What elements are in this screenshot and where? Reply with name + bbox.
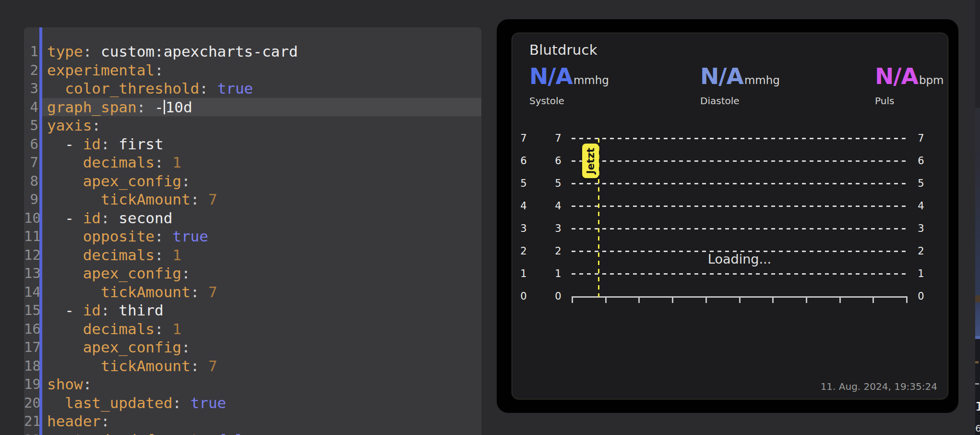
state-block: N/AmmhgDiastole: [700, 65, 780, 107]
state-unit: bpm: [919, 74, 944, 86]
state-unit: mmhg: [744, 74, 780, 86]
state-label: Diastole: [700, 95, 780, 107]
code-line[interactable]: 9 tickAmount: 7: [24, 190, 481, 209]
code-line[interactable]: 20 last_updated: true: [24, 394, 481, 412]
line-number: 12: [24, 246, 38, 265]
x-axis-tick: [605, 296, 607, 303]
x-axis-tick: [806, 296, 807, 303]
line-number: 20: [24, 394, 38, 412]
x-axis-tick: [839, 296, 841, 303]
code-text: apex_config:: [42, 172, 481, 191]
line-number: 3: [24, 79, 38, 98]
y-axis-right-second-tick: 7: [907, 131, 935, 145]
line-number: 19: [24, 375, 38, 394]
edge-glyph: 6: [975, 423, 980, 434]
line-number: 17: [24, 338, 38, 357]
y-axis-right-second-tick: 6: [907, 154, 935, 168]
line-number: 6: [24, 135, 38, 154]
y-axis-left-first-tick: 2: [509, 244, 538, 258]
blutdruck-card: Blutdruck N/AmmhgSystoleN/AmmhgDiastoleN…: [512, 33, 948, 399]
gridline: [572, 138, 908, 139]
line-number: 10: [24, 209, 38, 228]
state-block: N/AmmhgSystole: [529, 65, 609, 107]
code-text: opposite: true: [42, 227, 481, 246]
yaml-editor[interactable]: 1type: custom:apexcharts-card2experiment…: [24, 27, 481, 435]
code-line[interactable]: 6 - id: first: [24, 135, 481, 154]
line-number: 7: [24, 153, 38, 172]
state-unit: mmhg: [574, 74, 609, 86]
code-line[interactable]: 2experimental:: [24, 61, 481, 80]
code-line[interactable]: 21header:: [24, 412, 481, 431]
code-line[interactable]: 5yaxis:: [24, 116, 481, 135]
y-axis-right-second-tick: 4: [907, 199, 935, 213]
x-axis-tick: [572, 296, 573, 303]
y-axis-right-second-tick: 0: [907, 289, 935, 303]
x-axis-tick: [672, 296, 673, 303]
code-line[interactable]: 18 tickAmount: 7: [24, 357, 481, 375]
line-number: 14: [24, 283, 38, 302]
line-number: 2: [24, 61, 38, 80]
code-text: yaxis:: [42, 116, 481, 135]
code-line[interactable]: 16 decimals: 1: [24, 320, 481, 338]
gridline: [572, 183, 908, 184]
y-axis-left-first-tick: 7: [509, 131, 538, 145]
state-value: N/A: [529, 65, 573, 87]
state-block: N/AbpmPuls: [875, 65, 944, 107]
code-text: show:: [42, 375, 481, 394]
state-label: Puls: [875, 95, 944, 107]
code-line[interactable]: 3 color_threshold: true: [24, 79, 481, 98]
code-line[interactable]: 15 - id: third: [24, 301, 481, 320]
code-line[interactable]: 8 apex_config:: [24, 172, 481, 191]
x-axis-tick: [906, 296, 908, 303]
state-value: N/A: [700, 65, 743, 87]
x-axis-tick: [705, 296, 707, 303]
code-line[interactable]: 7 decimals: 1: [24, 153, 481, 172]
state-value: N/A: [875, 65, 918, 87]
background-page-sliver: 1 6: [975, 0, 980, 435]
code-text: experimental:: [42, 61, 481, 80]
y-axis-left-first-tick: 0: [509, 289, 538, 303]
line-number: 9: [24, 190, 38, 209]
code-line[interactable]: 4graph_span: -10d: [24, 98, 481, 117]
line-number: 8: [24, 172, 38, 191]
line-number: 18: [24, 357, 38, 375]
code-lines: 1type: custom:apexcharts-card2experiment…: [24, 42, 481, 435]
code-text: tickAmount: 7: [42, 190, 481, 209]
code-line[interactable]: 1type: custom:apexcharts-card: [24, 42, 481, 61]
gridline: [572, 160, 908, 162]
code-text: apex_config:: [42, 338, 481, 357]
code-line[interactable]: 11 opposite: true: [24, 227, 481, 246]
code-line[interactable]: 17 apex_config:: [24, 338, 481, 357]
line-number: 15: [24, 301, 38, 320]
code-line[interactable]: 22 standard_format: false: [24, 431, 481, 435]
code-text: standard_format: false: [42, 431, 481, 435]
y-axis-left-third-tick: 1: [544, 266, 573, 281]
code-line[interactable]: 13 apex_config:: [24, 264, 481, 283]
code-line[interactable]: 19show:: [24, 375, 481, 394]
line-number: 5: [24, 116, 38, 135]
screen: 1type: custom:apexcharts-card2experiment…: [0, 0, 980, 435]
y-axis-left-third-tick: 7: [544, 131, 573, 145]
code-line[interactable]: 10 - id: second: [24, 209, 481, 228]
code-text: - id: third: [42, 301, 481, 320]
code-text: graph_span: -10d: [42, 98, 481, 117]
code-line[interactable]: 12 decimals: 1: [24, 246, 481, 265]
y-axis-left-first-tick: 3: [509, 221, 538, 236]
line-number: 16: [24, 320, 38, 338]
code-text: decimals: 1: [42, 153, 481, 172]
y-axis-left-third-tick: 5: [544, 176, 573, 191]
line-number: 21: [24, 412, 38, 431]
line-number: 4: [24, 98, 38, 117]
code-text: color_threshold: true: [42, 79, 481, 98]
line-number: 11: [24, 227, 38, 246]
now-annotation-label: Jetzt: [582, 144, 599, 178]
x-axis-tick: [739, 296, 741, 303]
y-axis-right-second-tick: 2: [907, 244, 935, 258]
x-axis-tick: [772, 296, 774, 303]
x-axis-tick: [638, 296, 640, 303]
code-text: tickAmount: 7: [42, 357, 481, 375]
code-line[interactable]: 14 tickAmount: 7: [24, 283, 481, 302]
gutter-divider: [39, 27, 42, 435]
code-text: header:: [42, 412, 481, 431]
y-axis-right-second-tick: 1: [907, 266, 935, 281]
